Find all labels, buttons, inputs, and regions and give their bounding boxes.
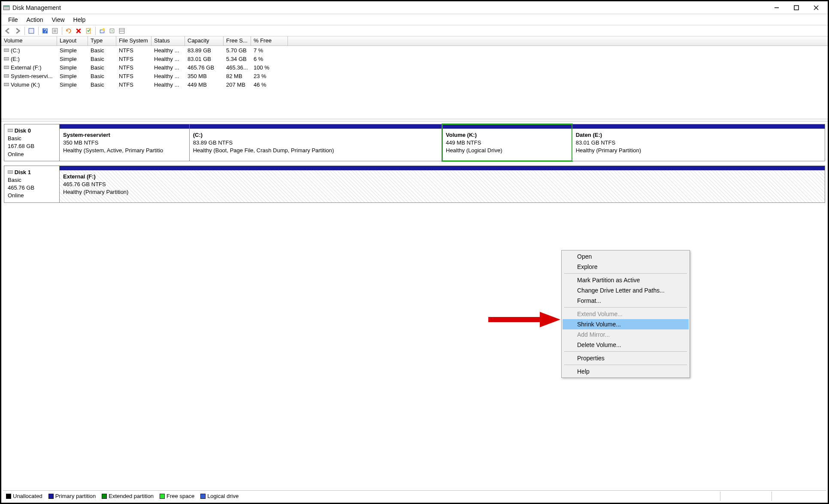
settings-button[interactable]: [84, 26, 93, 36]
volume-name: (E:): [11, 56, 20, 62]
menu-separator: [564, 351, 687, 352]
volume-icon: [4, 47, 9, 51]
legend-item: Free space: [160, 493, 194, 499]
col-free-space[interactable]: Free S...: [224, 36, 251, 45]
col-volume[interactable]: Volume: [1, 36, 57, 45]
menu-help[interactable]: Help: [69, 15, 90, 24]
partition[interactable]: External (F:)465.76 GB NTFSHealthy (Prim…: [59, 166, 825, 203]
volume-icon: [4, 73, 9, 77]
legend-label: Free space: [166, 493, 194, 499]
refresh-button[interactable]: [64, 26, 73, 36]
context-menu-item[interactable]: Change Drive Letter and Paths...: [563, 285, 689, 296]
volume-row[interactable]: (C:)SimpleBasicNTFSHealthy ...83.89 GB5.…: [1, 46, 828, 54]
delete-button[interactable]: [74, 26, 83, 36]
svg-rect-27: [8, 129, 13, 132]
svg-point-17: [103, 28, 105, 30]
disk-graphical-view: Disk 0Basic167.68 GBOnlineSystem-reservi…: [1, 121, 828, 210]
context-menu-item: Add Mirror...: [563, 329, 689, 340]
properties-button[interactable]: [50, 26, 60, 36]
volume-name: System-reservi...: [11, 73, 53, 79]
volume-icon: [4, 56, 9, 60]
volume-row[interactable]: System-reservi...SimpleBasicNTFSHealthy …: [1, 72, 828, 80]
volume-name: (C:): [11, 47, 20, 54]
col-filesystem[interactable]: File System: [116, 36, 151, 45]
close-button[interactable]: [806, 1, 826, 14]
legend-label: Primary partition: [55, 493, 96, 499]
col-type[interactable]: Type: [88, 36, 116, 45]
menu-view[interactable]: View: [47, 15, 69, 24]
partition[interactable]: (C:)83.89 GB NTFSHealthy (Boot, Page Fil…: [189, 124, 442, 161]
volume-icon: [4, 64, 9, 69]
disk-row: Disk 0Basic167.68 GBOnlineSystem-reservi…: [4, 124, 825, 161]
volume-name: Volume (K:): [11, 81, 40, 88]
svg-rect-19: [119, 28, 124, 33]
svg-rect-1: [3, 6, 9, 7]
menu-file[interactable]: File: [4, 15, 22, 24]
col-pct-free[interactable]: % Free: [251, 36, 288, 45]
svg-rect-25: [4, 75, 9, 77]
menu-action[interactable]: Action: [22, 15, 48, 24]
new-volume-button[interactable]: [97, 26, 107, 36]
partition-context-menu: OpenExploreMark Partition as ActiveChang…: [561, 250, 690, 378]
legend-item: Extended partition: [102, 493, 154, 499]
menu-separator: [564, 365, 687, 365]
partition[interactable]: Daten (E:)83.01 GB NTFSHealthy (Primary …: [572, 124, 825, 161]
show-hide-tree-button[interactable]: [27, 26, 36, 36]
maximize-button[interactable]: [787, 1, 806, 14]
col-layout[interactable]: Layout: [57, 36, 88, 45]
context-menu-item[interactable]: Delete Volume...: [563, 340, 689, 350]
svg-rect-3: [794, 6, 799, 10]
list-view-button[interactable]: [117, 26, 127, 36]
titlebar: Disk Management: [1, 1, 828, 14]
legend-swatch: [160, 494, 165, 499]
legend-label: Unallocated: [13, 493, 42, 499]
action-button[interactable]: [107, 26, 117, 36]
back-button[interactable]: [3, 26, 12, 36]
svg-rect-28: [8, 171, 13, 173]
legend-item: Unallocated: [6, 493, 42, 499]
col-capacity[interactable]: Capacity: [185, 36, 224, 45]
menu-separator: [564, 307, 687, 308]
disk-label[interactable]: Disk 0Basic167.68 GBOnline: [4, 124, 60, 161]
context-menu-item: Extend Volume...: [563, 309, 689, 319]
volume-list[interactable]: (C:)SimpleBasicNTFSHealthy ...83.89 GB5.…: [1, 46, 828, 119]
minimize-button[interactable]: [767, 1, 787, 14]
context-menu-item[interactable]: Mark Partition as Active: [563, 275, 689, 285]
volume-icon: [4, 81, 9, 86]
help-button[interactable]: ?: [40, 26, 50, 36]
disk-label[interactable]: Disk 1Basic465.76 GBOnline: [4, 166, 60, 203]
volume-row[interactable]: Volume (K:)SimpleBasicNTFSHealthy ...449…: [1, 80, 828, 89]
partition[interactable]: System-reserviert350 MB NTFSHealthy (Sys…: [59, 124, 190, 161]
legend-swatch: [200, 494, 206, 499]
forward-button[interactable]: [13, 26, 22, 36]
legend-label: Extended partition: [109, 493, 154, 499]
legend-swatch: [102, 494, 107, 499]
svg-marker-30: [540, 312, 560, 327]
context-menu-item[interactable]: Format...: [563, 296, 689, 306]
context-menu-item[interactable]: Open: [563, 251, 689, 262]
svg-rect-24: [4, 66, 9, 69]
volume-row[interactable]: (E:)SimpleBasicNTFSHealthy ...83.01 GB5.…: [1, 54, 828, 63]
annotation-arrow: [488, 311, 561, 328]
menubar: File Action View Help: [1, 14, 828, 25]
partition[interactable]: Volume (K:)449 MB NTFSHealthy (Logical D…: [442, 124, 572, 161]
svg-rect-22: [4, 49, 9, 51]
legend-label: Logical drive: [207, 493, 239, 499]
svg-rect-26: [4, 83, 9, 86]
legend-item: Primary partition: [48, 493, 96, 499]
context-menu-item[interactable]: Help: [563, 366, 689, 377]
context-menu-item[interactable]: Explore: [563, 262, 689, 272]
col-status[interactable]: Status: [151, 36, 185, 45]
volume-list-header: Volume Layout Type File System Status Ca…: [1, 36, 828, 46]
window-title: Disk Management: [12, 4, 767, 11]
disk-row: Disk 1Basic465.76 GBOnlineExternal (F:)4…: [4, 166, 825, 203]
svg-rect-6: [29, 28, 34, 33]
context-menu-item[interactable]: Properties: [563, 353, 689, 363]
toolbar: ?: [1, 25, 828, 36]
legend-item: Logical drive: [200, 493, 239, 499]
app-icon: [3, 4, 10, 11]
legend-swatch: [6, 494, 11, 499]
volume-row[interactable]: External (F:)SimpleBasicNTFSHealthy ...4…: [1, 63, 828, 72]
context-menu-item[interactable]: Shrink Volume...: [563, 319, 689, 329]
menu-separator: [564, 273, 687, 274]
